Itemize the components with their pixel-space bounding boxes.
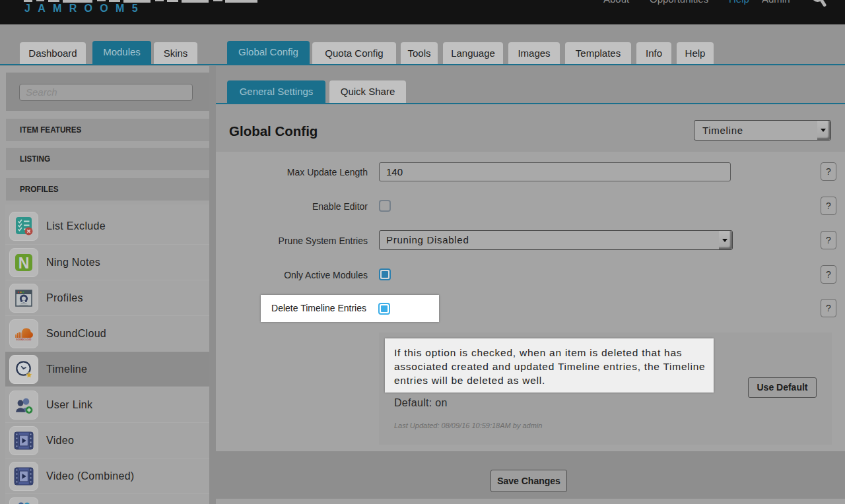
svg-text:SOUNDCLOUD: SOUNDCLOUD [17, 338, 32, 341]
svg-text:N: N [18, 255, 30, 272]
